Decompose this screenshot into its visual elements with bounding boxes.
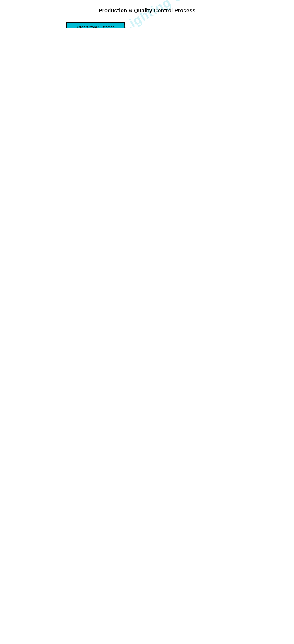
- orders-box: Orders from Customer: [66, 22, 125, 28]
- page-title: Production & Quality Control Process: [61, 7, 233, 14]
